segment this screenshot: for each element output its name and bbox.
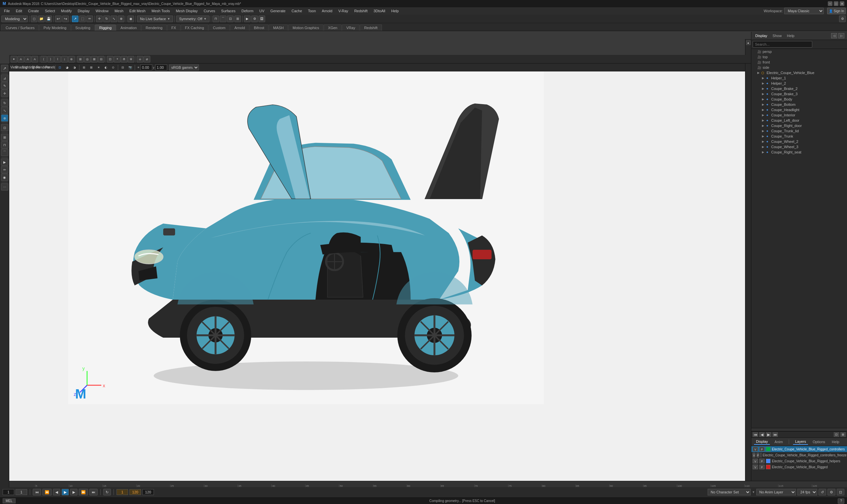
render-region-btn[interactable]: ▶ xyxy=(1,158,8,166)
layer-p1[interactable]: P xyxy=(759,447,765,451)
anim-extra-btn1[interactable]: ↺ xyxy=(818,489,826,496)
layer-p3[interactable]: P xyxy=(759,459,765,463)
cb-first-btn[interactable]: ⏮ xyxy=(753,432,758,437)
snap-btn[interactable]: ⊓ xyxy=(1,141,8,148)
outliner-h-scrollbar[interactable] xyxy=(751,428,847,431)
paint-effects-btn[interactable]: ✏ xyxy=(1,166,8,173)
paint-select-tool-btn[interactable]: ✎ xyxy=(1,82,8,89)
set-driven-icon[interactable]: ⌖ xyxy=(114,56,120,62)
gamma-input[interactable] xyxy=(155,65,167,70)
tree-item-brake2[interactable]: ▶ ✦ Coupe_Brake_2 xyxy=(751,86,847,91)
layer-v1[interactable]: V xyxy=(753,447,758,451)
menu-deform[interactable]: Deform xyxy=(239,8,256,14)
display-tab[interactable]: Display xyxy=(754,33,768,38)
show-tab[interactable]: Show xyxy=(771,33,783,38)
menu-display[interactable]: Display xyxy=(75,8,92,14)
layer-row-rigged[interactable]: V P Electric_Coupe_Vehicle_Blue_Rigged xyxy=(751,464,847,470)
tab-fx-caching[interactable]: FX Caching xyxy=(181,24,208,31)
anim-extra-btn3[interactable]: ⊡ xyxy=(837,489,844,496)
open-scene-icon[interactable]: 📁 xyxy=(38,16,45,22)
start-frame-input[interactable] xyxy=(3,489,14,495)
options-tab[interactable]: Options xyxy=(811,439,827,445)
viewport[interactable]: x y z M xyxy=(9,71,751,487)
loop-btn[interactable]: ↻ xyxy=(103,489,111,496)
cb-key1-btn[interactable]: ⊡ xyxy=(834,432,839,437)
menu-select[interactable]: Select xyxy=(42,8,58,14)
skeleton-joint-icon[interactable]: ✦ xyxy=(11,56,17,62)
control-icon1[interactable]: ⊞ xyxy=(77,56,84,62)
menu-generate[interactable]: Generate xyxy=(268,8,288,14)
tab-rigging[interactable]: Rigging xyxy=(95,24,116,31)
render-settings-icon[interactable]: ⚙ xyxy=(251,16,258,22)
fps-dropdown[interactable]: 24 fps xyxy=(797,489,817,496)
tree-item-brake3[interactable]: ▶ ✦ Coupe_Brake_3 xyxy=(751,91,847,96)
tree-item-right-door[interactable]: ▶ ✦ Coupe_Right_door xyxy=(751,123,847,128)
next-key-btn[interactable]: ⏩ xyxy=(79,489,88,496)
tab-curves-surfaces[interactable]: Curves / Surfaces xyxy=(1,24,39,31)
tree-item-side[interactable]: 🎥 side xyxy=(751,65,847,70)
tab-poly-modeling[interactable]: Poly Modeling xyxy=(39,24,70,31)
command-line[interactable] xyxy=(18,499,427,503)
prev-key-btn[interactable]: ⏪ xyxy=(42,489,52,496)
layers-tab[interactable]: Layers xyxy=(793,439,808,445)
rotate-tool-icon[interactable]: ↻ xyxy=(103,16,110,22)
tree-item-headlight[interactable]: ▶ ✦ Coupe_Headlight xyxy=(751,107,847,112)
maximize-button[interactable]: □ xyxy=(834,1,839,6)
layer-v2[interactable]: V xyxy=(753,453,755,457)
move-tool-btn[interactable]: ✛ xyxy=(1,90,8,97)
tree-item-right-seat[interactable]: ▶ ✦ Coupe_Right_seat xyxy=(751,149,847,155)
end-frame-input[interactable] xyxy=(142,489,154,495)
tree-item-helper2[interactable]: ▶ ✦ Helper_2 xyxy=(751,81,847,86)
move-tool-icon[interactable]: ✛ xyxy=(96,16,103,22)
menu-uv[interactable]: UV xyxy=(257,8,267,14)
menu-curves[interactable]: Curves xyxy=(201,8,218,14)
symmetry-btn[interactable]: Symmetry: Off ▼ xyxy=(176,16,209,22)
menu-file[interactable]: File xyxy=(1,8,13,14)
menu-3dtoall[interactable]: 3DtoAll xyxy=(371,8,387,14)
menu-window[interactable]: Window xyxy=(93,8,111,14)
menu-surfaces[interactable]: Surfaces xyxy=(219,8,238,14)
deformer-icon[interactable]: ⟨ xyxy=(40,56,47,62)
curve-snap-icon[interactable]: ⌒ xyxy=(220,16,226,22)
magnet-snap-icon[interactable]: ⊓ xyxy=(212,16,219,22)
curve-snap-btn[interactable]: ⌒ xyxy=(1,149,8,156)
outliner-tree[interactable]: 🎥 persp 🎥 top 🎥 front 🎥 side ▶ ⬡ Electri… xyxy=(751,49,847,428)
close-button[interactable]: ✕ xyxy=(840,1,844,6)
menu-mesh-display[interactable]: Mesh Display xyxy=(173,8,200,14)
tab-custom[interactable]: Custom xyxy=(209,24,230,31)
expression-icon[interactable]: ⟰ xyxy=(121,56,127,62)
play-btn[interactable]: ▶ xyxy=(62,489,69,496)
smooth-shade-icon[interactable]: ◕ xyxy=(64,64,70,71)
menu-modify[interactable]: Modify xyxy=(58,8,74,14)
workspace-dropdown[interactable]: Maya Classic xyxy=(784,7,824,14)
tree-item-left-door[interactable]: ▶ ✦ Coupe_Left_door xyxy=(751,118,847,123)
minimize-button[interactable]: − xyxy=(828,1,832,6)
tree-item-bottom[interactable]: ▶ ✦ Coupe_Bottom xyxy=(751,102,847,107)
plus-icon[interactable]: + xyxy=(137,56,143,62)
camera-icon[interactable]: 📷 xyxy=(127,64,133,71)
cb-key2-btn[interactable]: ⊠ xyxy=(841,432,846,437)
scale-tool-icon[interactable]: ⤡ xyxy=(110,16,117,22)
prev-frame-btn[interactable]: ◀ xyxy=(53,489,60,496)
tab-xgen[interactable]: XGen xyxy=(324,24,342,31)
expand-all-btn[interactable]: ▷ xyxy=(839,33,844,38)
anim-tab-cb[interactable]: Anim xyxy=(773,439,785,445)
view-snap-icon[interactable]: ⊞ xyxy=(234,16,241,22)
go-start-btn[interactable]: ⏮ xyxy=(33,489,41,496)
range-end-input[interactable] xyxy=(129,489,141,495)
layer-row-controllers[interactable]: V P Electric_Coupe_Vehicle_Blue_Rigged_c… xyxy=(751,446,847,452)
control-icon3[interactable]: ⊠ xyxy=(91,56,98,62)
tab-rendering[interactable]: Rendering xyxy=(141,24,167,31)
sign-in-button[interactable]: 👤 Sign In xyxy=(827,7,846,14)
tree-item-top[interactable]: 🎥 top xyxy=(751,54,847,59)
panels-menu-btn[interactable]: Panels xyxy=(47,64,54,71)
collapse-all-btn[interactable]: ◁ xyxy=(831,33,837,38)
tree-item-trunk-lid[interactable]: ▶ ✦ Coupe_Trunk_lid xyxy=(751,128,847,133)
grid-toggle-btn[interactable]: ⊞ xyxy=(1,133,8,141)
select-tool-btn[interactable]: ↗ xyxy=(1,65,8,72)
tab-animation[interactable]: Animation xyxy=(116,24,141,31)
char-set-icon[interactable]: ⊡ xyxy=(107,56,114,62)
outliner-search-input[interactable] xyxy=(753,41,812,48)
menu-vray[interactable]: V-Ray xyxy=(335,8,351,14)
tab-vray[interactable]: VRay xyxy=(342,24,360,31)
